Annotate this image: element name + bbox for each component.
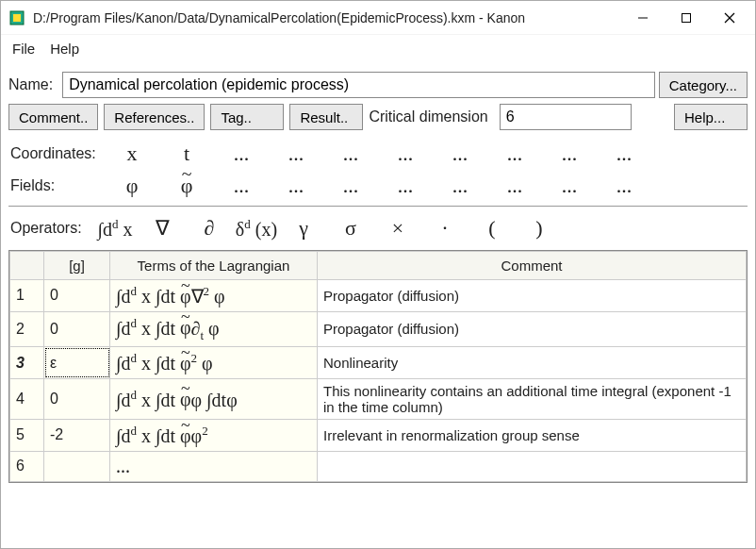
operators-label: Operators: [10,220,91,237]
svg-rect-3 [682,13,691,22]
row-num: 4 [10,378,44,419]
row-num: 1 [10,280,44,312]
coord-slot[interactable]: ... [487,141,542,166]
close-button[interactable] [708,4,751,32]
cell-comment[interactable]: Propagator (diffusion) [318,311,747,347]
name-label: Name: [8,76,53,93]
field-slot[interactable]: ... [323,174,378,198]
coordinates-label: Coordinates: [10,145,105,162]
table-row[interactable]: 3 ε ∫dd x ∫dt φ2 φ Nonlinearity [10,347,747,379]
coord-slot[interactable]: ... [214,141,269,166]
cell-g[interactable]: 0 [44,378,110,419]
row-num: 5 [10,419,44,451]
table-row[interactable]: 4 0 ∫dd x ∫dt φφ ∫dtφ This nonlinearity … [10,378,747,419]
maximize-button[interactable] [665,4,708,32]
comment-button[interactable]: Comment.. [8,104,98,130]
field-phi-tilde[interactable]: φ [159,174,214,198]
table-header-row: [g] Terms of the Lagrangian Comment [10,252,747,280]
field-slot[interactable]: ... [433,174,487,198]
cell-g[interactable]: 0 [44,311,110,347]
op-sigma[interactable]: σ [327,216,374,241]
col-term: Terms of the Lagrangian [110,252,318,280]
coord-slot[interactable]: ... [597,141,651,166]
cell-term[interactable]: ... [110,451,318,481]
field-slot[interactable]: ... [269,174,323,198]
field-slot[interactable]: ... [378,174,433,198]
table-row[interactable]: 5 -2 ∫dd x ∫dt φφ2 Irrelevant in renorma… [10,419,747,451]
cell-term[interactable]: ∫dd x ∫dt φφ2 [110,419,318,451]
name-input[interactable] [62,72,655,98]
cell-comment[interactable]: Propagator (diffusion) [318,280,747,312]
fields-row: Fields: φ φ ... ... ... ... ... ... ... … [8,170,748,202]
col-comment: Comment [318,252,747,280]
coord-slot[interactable]: ... [433,141,487,166]
op-integral-d[interactable]: ∫dd x [91,217,139,241]
result-button[interactable]: Result.. [289,104,363,130]
row-num: 3 [10,347,44,379]
cell-comment[interactable]: Irrelevant in renormalization group sens… [318,419,747,451]
cell-comment[interactable]: This nonlinearity contains an additional… [318,378,747,419]
field-slot[interactable]: ... [214,174,269,198]
row-num: 6 [10,451,44,481]
cell-comment[interactable]: Nonlinearity [318,347,747,379]
svg-rect-1 [13,14,21,22]
help-button[interactable]: Help... [674,104,748,130]
cell-g[interactable]: ε [44,347,110,379]
critdim-label: Critical dimension [369,108,487,125]
menu-file[interactable]: File [12,41,35,57]
references-button[interactable]: References.. [104,104,205,130]
category-button[interactable]: Category... [659,72,748,98]
cell-term[interactable]: ∫dd x ∫dt φ∇2 φ [110,280,318,312]
table-row[interactable]: 6 ... [10,451,747,481]
cell-term[interactable]: ∫dd x ∫dt φφ ∫dtφ [110,378,318,419]
coord-t[interactable]: t [159,141,214,166]
cell-g[interactable]: 0 [44,280,110,312]
field-slot[interactable]: ... [542,174,597,198]
op-dot[interactable]: · [421,216,468,241]
cell-term[interactable]: ∫dd x ∫dt φ∂t φ [110,311,318,347]
menubar: File Help [1,35,755,64]
coord-x[interactable]: x [105,141,159,166]
coord-slot[interactable]: ... [323,141,378,166]
coord-slot[interactable]: ... [378,141,433,166]
coord-slot[interactable]: ... [269,141,323,166]
cell-comment[interactable] [318,451,747,481]
field-slot[interactable]: ... [487,174,542,198]
titlebar: D:/Program Files/Kanon/Data/DynamicalPer… [1,1,755,35]
operators-row: Operators: ∫dd x ∇ ∂ δd (x) γ σ × · ( ) [8,212,748,244]
field-phi[interactable]: φ [105,174,159,198]
op-lparen[interactable]: ( [468,216,516,241]
op-partial[interactable]: ∂ [186,216,233,241]
tag-button[interactable]: Tag.. [210,104,284,130]
table-row[interactable]: 1 0 ∫dd x ∫dt φ∇2 φ Propagator (diffusio… [10,280,747,312]
window-title: D:/Program Files/Kanon/Data/DynamicalPer… [33,10,621,25]
cell-g[interactable]: -2 [44,419,110,451]
col-rownum [10,252,44,280]
divider [8,206,748,207]
lagrangian-table: [g] Terms of the Lagrangian Comment 1 0 … [8,250,748,483]
critdim-input[interactable] [500,104,632,130]
col-g: [g] [44,252,110,280]
coord-slot[interactable]: ... [542,141,597,166]
row-num: 2 [10,311,44,347]
op-gamma[interactable]: γ [280,216,327,241]
op-nabla[interactable]: ∇ [139,216,186,241]
field-slot[interactable]: ... [597,174,651,198]
fields-label: Fields: [10,177,105,194]
op-delta-d[interactable]: δd (x) [233,217,280,241]
cell-g[interactable] [44,451,110,481]
coordinates-row: Coordinates: x t ... ... ... ... ... ...… [8,138,748,170]
op-times[interactable]: × [374,216,421,241]
app-icon [8,9,25,26]
op-rparen[interactable]: ) [516,216,563,241]
table-row[interactable]: 2 0 ∫dd x ∫dt φ∂t φ Propagator (diffusio… [10,311,747,347]
cell-term[interactable]: ∫dd x ∫dt φ2 φ [110,347,318,379]
minimize-button[interactable] [621,4,665,32]
menu-help[interactable]: Help [50,41,79,57]
